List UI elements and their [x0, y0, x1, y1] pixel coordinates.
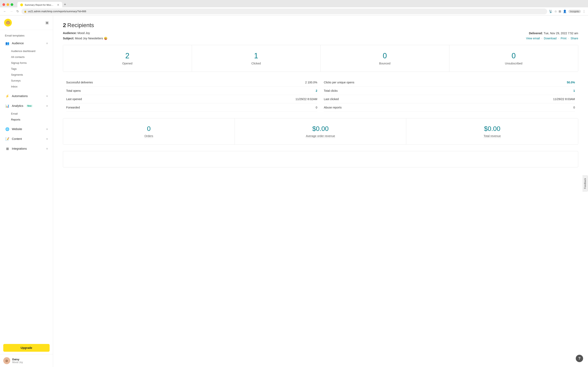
metrics-grid: Successful deliveries 2 100.0% Total ope…: [63, 78, 578, 112]
upgrade-button[interactable]: Upgrade: [3, 344, 50, 352]
sidebar-upgrade-section: Upgrade: [3, 344, 50, 352]
help-button[interactable]: ?: [576, 355, 583, 362]
forward-button[interactable]: →: [9, 9, 14, 14]
meta-row: Audience: Mood Joy Subject: Mood Joy New…: [63, 31, 578, 40]
sidebar-item-email[interactable]: Email: [11, 111, 53, 117]
integrations-chevron-icon: ∨: [46, 147, 48, 150]
content-label: Content: [12, 137, 22, 141]
recipients-count: 2: [63, 22, 66, 29]
back-button[interactable]: ←: [2, 9, 7, 14]
menu-icon[interactable]: ⋮: [582, 9, 586, 13]
active-tab[interactable]: Summary Report for Mood Joy ✕: [17, 2, 62, 8]
sidebar-item-signup-forms[interactable]: Signup forms: [11, 60, 53, 66]
bounced-value: 0: [325, 52, 444, 60]
delivered-field: Delivered: Tue, Nov 29, 2022 7:52 am: [526, 31, 578, 35]
metrics-section: Successful deliveries 2 100.0% Total ope…: [63, 78, 578, 112]
sidebar-item-surveys[interactable]: Surveys: [11, 78, 53, 83]
sidebar-header-analytics[interactable]: 📊 Analytics New ∧: [1, 101, 52, 110]
metric-last-clicked-value: 11/29/22 8:03AM: [553, 98, 575, 101]
audience-field: Audience: Mood Joy: [63, 31, 107, 35]
sidebar-header-content[interactable]: 📝 Content ∨: [1, 134, 52, 143]
sidebar-item-tags[interactable]: Tags: [11, 66, 53, 72]
sidebar-header-audience[interactable]: 👥 Audience ∧: [1, 39, 52, 48]
subject-field-value: Mood Joy Newsletters 😜: [75, 37, 107, 40]
sidebar-item-all-contacts[interactable]: All contacts: [11, 54, 53, 60]
sidebar-item-audience-dashboard[interactable]: Audience dashboard: [11, 48, 53, 54]
download-link[interactable]: Download: [544, 37, 557, 40]
bottom-card: [63, 151, 578, 167]
feedback-tab[interactable]: Feedback: [582, 175, 588, 192]
sidebar-toggle-button[interactable]: ▣: [45, 20, 49, 25]
sidebar-item-inbox[interactable]: Inbox: [11, 83, 53, 90]
tab-close-button[interactable]: ✕: [57, 3, 60, 7]
automations-chevron-icon: ∨: [46, 95, 48, 98]
sidebar-group-website: 🌐 Website ∨: [0, 125, 53, 133]
automations-icon: ⚡: [5, 94, 10, 99]
cast-icon[interactable]: 📡: [549, 9, 553, 13]
metric-last-clicked-name: Last clicked: [324, 98, 339, 101]
revenue-total[interactable]: $0.00 Total revenue: [406, 118, 578, 144]
orders-label: Orders: [144, 134, 153, 138]
new-tab-button[interactable]: +: [62, 2, 68, 8]
audience-chevron-icon: ∧: [46, 42, 48, 45]
address-text: us21.admin.mailchimp.com/reports/summary…: [28, 10, 545, 13]
metric-clicks-per-unique: Clicks per unique opens 50.0%: [324, 78, 575, 87]
opened-label: Opened: [68, 62, 187, 65]
user-info: Daisy Mood Joy: [12, 358, 50, 364]
metric-clicks-per-unique-value: 50.0%: [567, 81, 575, 84]
mailchimp-logo[interactable]: 🐵: [4, 19, 12, 26]
lock-icon: 🔒: [24, 10, 27, 13]
address-bar[interactable]: 🔒 us21.admin.mailchimp.com/reports/summa…: [21, 8, 547, 14]
integrations-icon: ⊞: [5, 146, 10, 151]
stat-clicked[interactable]: 1 Clicked: [192, 45, 321, 72]
stat-bounced[interactable]: 0 Bounced: [320, 45, 449, 72]
extensions-icon[interactable]: ⊞: [559, 9, 561, 13]
analytics-header-left: 📊 Analytics New: [5, 103, 33, 108]
recipients-label: Recipients: [67, 22, 94, 29]
audience-icon: 👥: [5, 41, 10, 46]
metric-total-opens: Total opens 2: [66, 87, 317, 95]
sidebar-item-reports[interactable]: Reports: [11, 117, 53, 123]
content-header-left: 📝 Content: [5, 136, 22, 141]
close-window-button[interactable]: [2, 3, 5, 6]
minimize-window-button[interactable]: [7, 3, 9, 6]
revenue-avg-order[interactable]: $0.00 Average order revenue: [235, 118, 406, 144]
automations-label: Automations: [12, 94, 28, 98]
delivered-field-label: Delivered:: [529, 32, 543, 35]
sidebar-header-automations[interactable]: ⚡ Automations ∨: [1, 92, 52, 100]
sidebar-item-segments[interactable]: Segments: [11, 72, 53, 78]
website-header-left: 🌐 Website: [5, 127, 22, 132]
metric-total-opens-value: 2: [316, 89, 317, 92]
subject-field-label: Subject:: [63, 37, 74, 40]
unsubscribed-label: Unsubscribed: [454, 62, 573, 65]
stat-unsubscribed[interactable]: 0 Unsubscribed: [449, 45, 578, 72]
email-templates-label: Email templates: [5, 34, 25, 37]
sidebar-item-email-templates[interactable]: Email templates: [0, 33, 53, 39]
maximize-window-button[interactable]: [11, 3, 13, 6]
print-link[interactable]: Print: [561, 37, 567, 40]
reload-button[interactable]: ↻: [16, 9, 20, 14]
metric-forwarded: Forwarded 0: [66, 103, 317, 112]
sidebar-header-integrations[interactable]: ⊞ Integrations ∨: [1, 144, 52, 153]
stat-opened[interactable]: 2 Opened: [63, 45, 192, 72]
bookmark-icon[interactable]: ☆: [554, 9, 557, 13]
revenue-orders[interactable]: 0 Orders: [63, 118, 235, 144]
sidebar-header-website[interactable]: 🌐 Website ∨: [1, 125, 52, 133]
sidebar-user[interactable]: D Daisy Mood Joy: [0, 354, 53, 367]
delivered-field-value: Tue, Nov 29, 2022 7:52 am: [544, 32, 578, 35]
incognito-badge: Incognito: [568, 10, 581, 13]
metric-forwarded-name: Forwarded: [66, 106, 80, 109]
stats-grid: 2 Opened 1 Clicked 0 Bounced 0 Unsubscri…: [63, 45, 578, 72]
profile-icon[interactable]: 👤: [563, 9, 567, 13]
titlebar: Summary Report for Mood Joy ✕ +: [0, 0, 588, 7]
sidebar-logo: 🐵 ▣: [0, 16, 53, 30]
share-link[interactable]: Share: [571, 37, 578, 40]
metric-last-opened: Last opened 11/29/22 8:02AM: [66, 95, 317, 103]
browser-toolbar: ← → ↻ 🔒 us21.admin.mailchimp.com/reports…: [0, 7, 588, 16]
content-icon: 📝: [5, 136, 10, 141]
sidebar-group-audience: 👥 Audience ∧ Audience dashboard All cont…: [0, 39, 53, 91]
metric-forwarded-value: 0: [316, 106, 317, 109]
metric-abuse-reports: Abuse reports 0: [324, 103, 575, 112]
view-email-link[interactable]: View email: [526, 37, 540, 40]
analytics-label: Analytics: [12, 104, 23, 108]
